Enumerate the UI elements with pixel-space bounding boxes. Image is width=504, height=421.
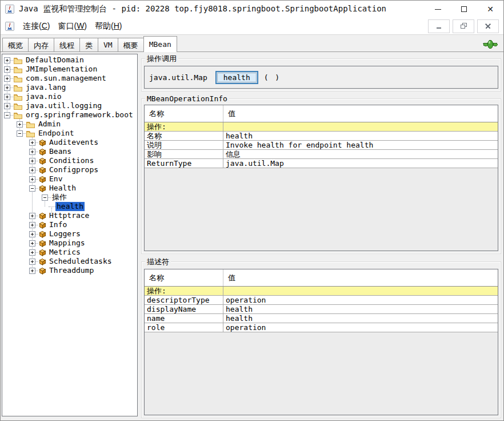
expand-icon[interactable] bbox=[4, 57, 10, 63]
tree-item-info[interactable]: Info bbox=[2, 220, 137, 229]
bean-icon-wrap bbox=[38, 166, 46, 174]
window-minimize-button[interactable] bbox=[425, 1, 451, 18]
tree-item-defaultdomain[interactable]: DefaultDomain bbox=[2, 55, 137, 65]
column-header-value[interactable]: 值 bbox=[223, 269, 498, 286]
expand-icon[interactable] bbox=[4, 85, 10, 91]
tab-mbean[interactable]: MBean bbox=[143, 36, 177, 52]
mbean-icon bbox=[38, 148, 46, 156]
expand-icon[interactable] bbox=[29, 213, 35, 219]
table-row[interactable]: ReturnTypejava.util.Map bbox=[145, 159, 498, 168]
tree-item-jmimplementation[interactable]: JMImplementation bbox=[2, 65, 137, 74]
expand-icon[interactable] bbox=[4, 76, 10, 82]
menu-item[interactable]: 窗口(W) bbox=[54, 19, 91, 32]
expand-icon[interactable] bbox=[4, 66, 10, 73]
tree-item-操作[interactable]: 操作 bbox=[2, 193, 137, 202]
cell-name: displayName bbox=[145, 305, 223, 313]
expand-icon[interactable] bbox=[29, 149, 35, 155]
tree-item-beans[interactable]: Beans bbox=[2, 147, 137, 156]
tree-item-conditions[interactable]: Conditions bbox=[2, 156, 137, 165]
table-row[interactable]: 操作: bbox=[145, 122, 498, 132]
operation-info-table: 名称值操作:名称health说明Invoke health for endpoi… bbox=[144, 105, 498, 251]
tree-item-configprops[interactable]: Configprops bbox=[2, 165, 137, 174]
column-header-name[interactable]: 名称 bbox=[145, 105, 223, 122]
column-header-value[interactable]: 值 bbox=[223, 105, 498, 122]
window-title: Java 监视和管理控制台 - pid: 20228 top.fjy8018.s… bbox=[19, 4, 425, 14]
menu-item[interactable]: 帮助(H) bbox=[91, 19, 126, 32]
minimize-icon bbox=[435, 9, 441, 10]
bean-icon-wrap bbox=[38, 267, 46, 275]
cell-value bbox=[223, 122, 498, 131]
invoke-health-button[interactable]: health bbox=[215, 71, 258, 84]
tree-item-metrics[interactable]: Metrics bbox=[2, 248, 137, 257]
tree-item-auditevents[interactable]: Auditevents bbox=[2, 138, 137, 147]
expand-icon[interactable] bbox=[29, 176, 35, 182]
table-row[interactable]: 操作: bbox=[145, 287, 498, 296]
tree-item-label: Endpoint bbox=[37, 129, 75, 138]
folder-icon-wrap bbox=[13, 57, 22, 64]
expand-icon[interactable] bbox=[4, 103, 10, 109]
tree-item-org.springframework.boot[interactable]: org.springframework.boot bbox=[2, 110, 137, 120]
table-row[interactable]: namehealth bbox=[145, 314, 498, 323]
folder-icon bbox=[13, 93, 22, 101]
expand-icon[interactable] bbox=[17, 121, 23, 128]
tab-内存[interactable]: 内存 bbox=[28, 38, 54, 51]
tab-线程[interactable]: 线程 bbox=[54, 38, 80, 51]
expand-icon[interactable] bbox=[4, 94, 10, 100]
tree-item-endpoint[interactable]: Endpoint bbox=[2, 129, 137, 138]
tree-item-label: Httptrace bbox=[48, 211, 90, 220]
tab-strip: 概览内存线程类VM概要MBean bbox=[1, 35, 503, 52]
tab-类[interactable]: 类 bbox=[79, 38, 98, 51]
java-app-icon bbox=[5, 5, 14, 14]
expand-icon[interactable] bbox=[29, 240, 35, 247]
expand-icon[interactable] bbox=[29, 268, 35, 274]
expand-icon[interactable] bbox=[29, 259, 35, 265]
folder-icon-wrap bbox=[13, 84, 22, 92]
expand-icon[interactable] bbox=[29, 158, 35, 164]
collapse-icon[interactable] bbox=[4, 112, 10, 118]
expand-icon[interactable] bbox=[29, 140, 35, 146]
descriptor-table: 名称值操作:descriptorTypeoperationdisplayName… bbox=[144, 269, 498, 415]
window-close-button[interactable]: ✕ bbox=[477, 1, 503, 18]
column-header-name[interactable]: 名称 bbox=[145, 269, 223, 286]
table-row[interactable]: displayNamehealth bbox=[145, 305, 498, 314]
mdi-close-button[interactable] bbox=[477, 19, 499, 33]
tab-vm[interactable]: VM bbox=[98, 38, 118, 51]
tab-概要[interactable]: 概要 bbox=[118, 38, 144, 51]
tree-item-admin[interactable]: Admin bbox=[2, 120, 137, 129]
mdi-restore-button[interactable] bbox=[453, 19, 474, 33]
cell-name: 说明 bbox=[145, 141, 223, 149]
tree-item-com.sun.management[interactable]: com.sun.management bbox=[2, 74, 137, 83]
window-maximize-button[interactable] bbox=[451, 1, 477, 18]
tree-item-httptrace[interactable]: Httptrace bbox=[2, 211, 137, 220]
tree-item-threaddump[interactable]: Threaddump bbox=[2, 266, 137, 275]
folder-icon-wrap bbox=[13, 102, 22, 110]
expand-icon[interactable] bbox=[29, 167, 35, 173]
cell-name: 名称 bbox=[145, 132, 223, 140]
expand-icon[interactable] bbox=[29, 231, 35, 237]
table-row[interactable]: 影响信息 bbox=[145, 150, 498, 159]
cell-name: 操作: bbox=[145, 287, 223, 295]
tree-item-java.util.logging[interactable]: java.util.logging bbox=[2, 101, 137, 110]
table-row[interactable]: 说明Invoke health for endpoint health bbox=[145, 141, 498, 150]
menu-item[interactable]: 连接(C) bbox=[19, 19, 54, 32]
mbean-icon bbox=[38, 212, 46, 220]
tree-item-scheduledtasks[interactable]: Scheduledtasks bbox=[2, 257, 137, 266]
collapse-icon[interactable] bbox=[29, 185, 35, 192]
tab-概览[interactable]: 概览 bbox=[2, 38, 29, 51]
mdi-minimize-button[interactable] bbox=[428, 19, 450, 33]
tree-item-env[interactable]: Env bbox=[2, 174, 137, 184]
tree-item-label: Metrics bbox=[48, 248, 82, 257]
tree-item-health[interactable]: Health bbox=[2, 184, 137, 193]
table-row[interactable]: descriptorTypeoperation bbox=[145, 296, 498, 305]
tree-item-loggers[interactable]: Loggers bbox=[2, 229, 137, 239]
table-row[interactable]: 名称health bbox=[145, 132, 498, 141]
tree-item-mappings[interactable]: Mappings bbox=[2, 239, 137, 248]
expand-icon[interactable] bbox=[29, 249, 35, 256]
collapse-icon[interactable] bbox=[17, 130, 23, 137]
table-row[interactable]: roleoperation bbox=[145, 323, 498, 332]
expand-icon[interactable] bbox=[29, 222, 35, 228]
tree-item-java.lang[interactable]: java.lang bbox=[2, 83, 137, 92]
collapse-icon[interactable] bbox=[42, 194, 48, 201]
tree-item-java.nio[interactable]: java.nio bbox=[2, 92, 137, 101]
tree-item-health[interactable]: health bbox=[2, 202, 137, 211]
